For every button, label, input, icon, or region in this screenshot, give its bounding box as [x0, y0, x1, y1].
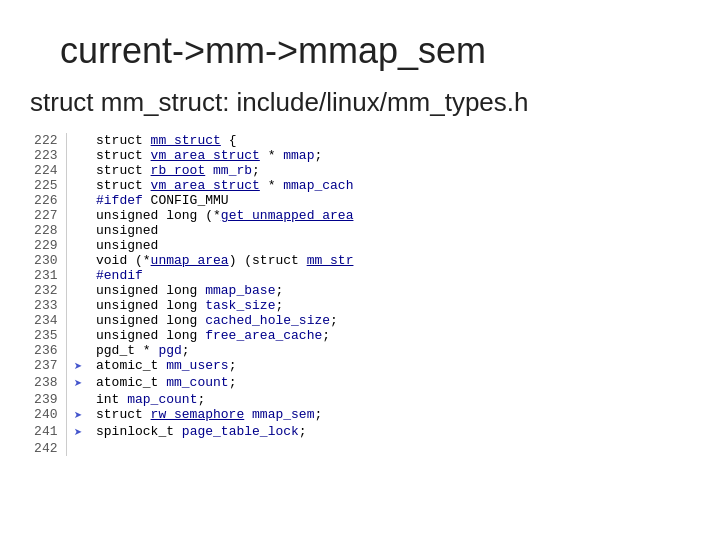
- arrow-indicator: [66, 178, 88, 193]
- arrow-indicator: [66, 163, 88, 178]
- table-row: 239 int map_count;map count: [30, 392, 690, 407]
- arrow-indicator: [66, 283, 88, 298]
- arrow-indicator: [66, 268, 88, 283]
- arrow-indicator: [66, 441, 88, 456]
- code-block: 222struct mm_struct {223 struct vm_area_…: [30, 133, 690, 456]
- table-row: 227 unsigned long (*get_unmapped_area: [30, 208, 690, 223]
- code-line: struct vm_area_struct * mmap;: [88, 148, 690, 163]
- line-number: 225: [30, 178, 66, 193]
- table-row: 236 pgd_t * pgd;: [30, 343, 690, 358]
- page-title: current->mm->mmap_sem: [0, 0, 720, 82]
- table-row: 228 unsigned: [30, 223, 690, 238]
- code-line: pgd_t * pgd;: [88, 343, 690, 358]
- code-line: spinlock_t page_table_lock;: [88, 424, 690, 441]
- code-line: [88, 441, 690, 456]
- code-line: struct vm_area_struct * mmap_cach: [88, 178, 690, 193]
- line-number: 231: [30, 268, 66, 283]
- table-row: 235 unsigned long free_area_cache;: [30, 328, 690, 343]
- code-line: #endif: [88, 268, 690, 283]
- subtitle: struct mm_struct: include/linux/mm_types…: [0, 82, 720, 128]
- line-number: 236: [30, 343, 66, 358]
- code-line: unsigned long cached_hole_size;: [88, 313, 690, 328]
- table-row: 233 unsigned long task_size;: [30, 298, 690, 313]
- arrow-indicator: [66, 148, 88, 163]
- arrow-indicator: [66, 298, 88, 313]
- line-number: 230: [30, 253, 66, 268]
- table-row: 230 void (*unmap_area) (struct mm_str: [30, 253, 690, 268]
- table-row: 226#ifdef CONFIG_MMU: [30, 193, 690, 208]
- table-row: 238➤ atomic_t mm_count;: [30, 375, 690, 392]
- line-number: 222: [30, 133, 66, 148]
- code-line: struct rw_semaphore mmap_sem;: [88, 407, 690, 424]
- line-number: 224: [30, 163, 66, 178]
- code-line: atomic_t mm_count;: [88, 375, 690, 392]
- line-number: 232: [30, 283, 66, 298]
- arrow-indicator: ➤: [66, 407, 88, 424]
- line-number: 229: [30, 238, 66, 253]
- code-line: struct mm_struct {: [88, 133, 690, 148]
- code-line: unsigned long (*get_unmapped_area: [88, 208, 690, 223]
- line-number: 223: [30, 148, 66, 163]
- table-row: 223 struct vm_area_struct * mmap;: [30, 148, 690, 163]
- line-number: 226: [30, 193, 66, 208]
- line-number: 228: [30, 223, 66, 238]
- arrow-indicator: [66, 238, 88, 253]
- line-number: 238: [30, 375, 66, 392]
- table-row: 242: [30, 441, 690, 456]
- table-row: 224 struct rb_root mm_rb;: [30, 163, 690, 178]
- table-row: 231#endif: [30, 268, 690, 283]
- line-number: 240: [30, 407, 66, 424]
- code-line: unsigned long free_area_cache;: [88, 328, 690, 343]
- code-line: unsigned long task_size;: [88, 298, 690, 313]
- table-row: 240➤ struct rw_semaphore mmap_sem;: [30, 407, 690, 424]
- arrow-indicator: [66, 392, 88, 407]
- table-row: 222struct mm_struct {: [30, 133, 690, 148]
- code-line: unsigned: [88, 223, 690, 238]
- line-number: 233: [30, 298, 66, 313]
- arrow-indicator: [66, 133, 88, 148]
- table-row: 241➤ spinlock_t page_table_lock;: [30, 424, 690, 441]
- table-row: 232 unsigned long mmap_base;: [30, 283, 690, 298]
- code-line: unsigned: [88, 238, 690, 253]
- table-row: 225 struct vm_area_struct * mmap_cach: [30, 178, 690, 193]
- arrow-indicator: [66, 223, 88, 238]
- arrow-indicator: ➤: [66, 358, 88, 375]
- table-row: 229 unsigned: [30, 238, 690, 253]
- line-number: 235: [30, 328, 66, 343]
- code-line: atomic_t mm_users;: [88, 358, 690, 375]
- code-line: struct rb_root mm_rb;: [88, 163, 690, 178]
- arrow-indicator: [66, 208, 88, 223]
- code-line: void (*unmap_area) (struct mm_str: [88, 253, 690, 268]
- arrow-indicator: [66, 193, 88, 208]
- arrow-indicator: ➤: [66, 375, 88, 392]
- line-number: 242: [30, 441, 66, 456]
- line-number: 234: [30, 313, 66, 328]
- line-number: 239: [30, 392, 66, 407]
- code-line: int map_count;map count: [88, 392, 690, 407]
- code-line: unsigned long mmap_base;: [88, 283, 690, 298]
- code-line: #ifdef CONFIG_MMU: [88, 193, 690, 208]
- line-number: 227: [30, 208, 66, 223]
- table-row: 237➤ atomic_t mm_users;: [30, 358, 690, 375]
- table-row: 234 unsigned long cached_hole_size;: [30, 313, 690, 328]
- arrow-indicator: [66, 313, 88, 328]
- arrow-indicator: [66, 253, 88, 268]
- arrow-indicator: [66, 343, 88, 358]
- arrow-indicator: ➤: [66, 424, 88, 441]
- line-number: 241: [30, 424, 66, 441]
- line-number: 237: [30, 358, 66, 375]
- arrow-indicator: [66, 328, 88, 343]
